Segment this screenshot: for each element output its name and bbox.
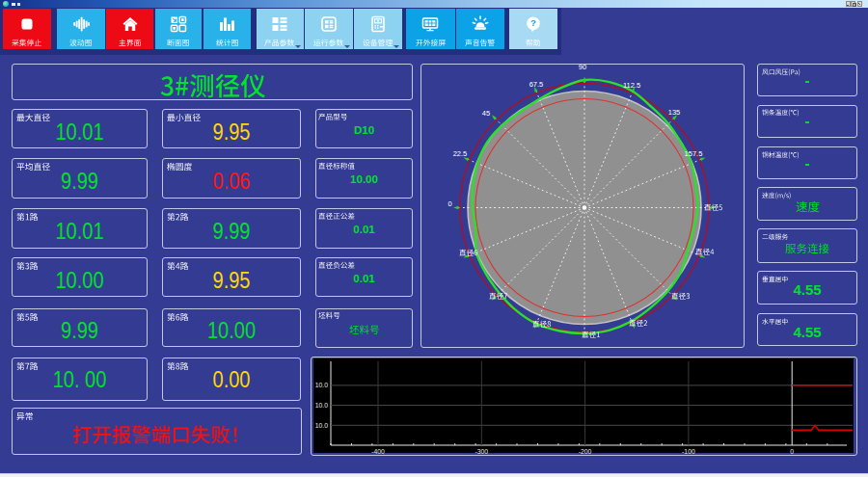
svg-text:-200: -200: [579, 448, 592, 455]
svg-text:-100: -100: [682, 448, 695, 455]
svg-text:-300: -300: [475, 448, 488, 455]
svg-text:0: 0: [790, 448, 794, 455]
svg-text:-400: -400: [371, 448, 385, 455]
svg-text:10.0: 10.0: [315, 402, 328, 409]
svg-text:10.0: 10.0: [315, 382, 328, 388]
svg-text:10.0: 10.0: [315, 422, 328, 429]
svg-text:?: ?: [530, 17, 536, 28]
